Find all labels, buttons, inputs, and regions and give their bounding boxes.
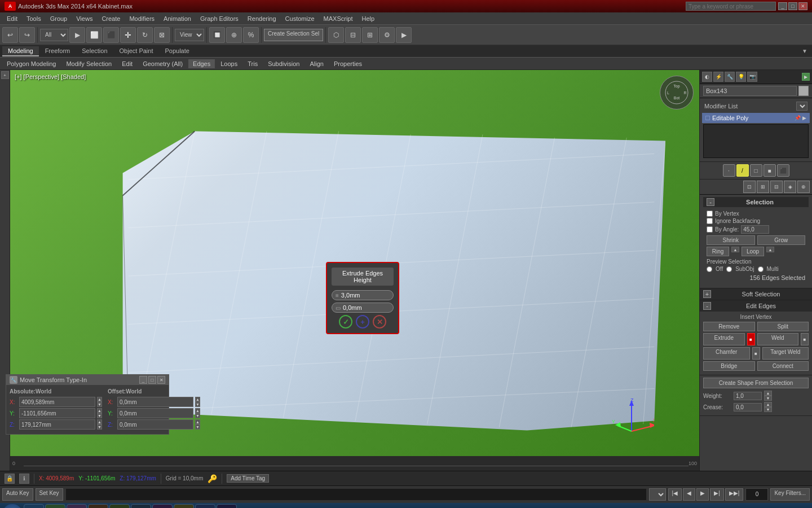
- taskbar-notepad[interactable]: 📝: [174, 504, 194, 509]
- toolbar-scale-btn[interactable]: ⊠: [154, 27, 170, 43]
- weight-down-btn[interactable]: ▼: [764, 396, 772, 401]
- crease-up-btn[interactable]: ▲: [764, 402, 772, 407]
- menu-animation[interactable]: Animation: [159, 14, 196, 23]
- prev-frame-btn[interactable]: ◀: [683, 488, 695, 501]
- key-filters-btn[interactable]: Key Filters...: [770, 488, 810, 501]
- taskbar-email[interactable]: ✉: [131, 504, 151, 509]
- loop-button[interactable]: Loop: [742, 247, 764, 256]
- mirror-btn[interactable]: ⬡: [328, 27, 344, 43]
- offset-x-down[interactable]: ▼: [195, 402, 200, 407]
- add-time-tag-btn[interactable]: Add Time Tag: [227, 474, 269, 483]
- taskbar-media[interactable]: ▶: [67, 504, 87, 509]
- render-btn[interactable]: ▶: [396, 27, 412, 43]
- by-angle-input[interactable]: [741, 225, 769, 234]
- next-frame-btn[interactable]: ▶|: [710, 488, 724, 501]
- weight-input[interactable]: [734, 392, 762, 400]
- extrude-width-field[interactable]: ▭: [332, 303, 394, 313]
- nav-cube[interactable]: Top Bot L R: [660, 76, 694, 110]
- tab-modeling[interactable]: Modeling: [2, 46, 39, 56]
- search-input[interactable]: [686, 2, 776, 11]
- bridge-button[interactable]: Bridge: [703, 361, 755, 371]
- crease-input[interactable]: [734, 403, 762, 411]
- weight-up-btn[interactable]: ▲: [764, 391, 772, 396]
- render-setup-btn[interactable]: ⚙: [379, 27, 395, 43]
- percent-snap-btn[interactable]: %: [243, 27, 259, 43]
- angle-snap-btn[interactable]: ⊕: [226, 27, 242, 43]
- offset-z-down[interactable]: ▼: [195, 424, 200, 430]
- by-angle-checkbox[interactable]: [707, 226, 713, 233]
- shrink-button[interactable]: Shrink: [707, 235, 755, 245]
- maximize-button[interactable]: □: [788, 2, 797, 10]
- remove-button[interactable]: Remove: [703, 322, 755, 331]
- extrude-width-input[interactable]: [343, 304, 382, 311]
- loop-spinner-up[interactable]: ▲: [766, 247, 774, 252]
- menu-views[interactable]: Views: [72, 14, 97, 23]
- frame-counter-input[interactable]: [745, 488, 768, 501]
- modifier-editable-poly[interactable]: Editable Poly 📌 ▶: [702, 113, 810, 123]
- extrude-button[interactable]: Extrude: [703, 333, 745, 345]
- go-start-btn[interactable]: |◀: [668, 488, 682, 501]
- subobj-icon-b[interactable]: ⊞: [757, 181, 769, 193]
- sub-properties[interactable]: Properties: [329, 59, 367, 68]
- toolbar-btn-1[interactable]: ↩: [2, 27, 18, 43]
- offset-y-up[interactable]: ▲: [195, 408, 200, 413]
- extrude-settings-btn[interactable]: ■: [747, 333, 755, 345]
- edit-edges-minus-btn[interactable]: -: [703, 302, 711, 310]
- play-btn[interactable]: ▶: [696, 488, 709, 501]
- extrude-add-button[interactable]: +: [356, 315, 369, 329]
- preview-subobj-radio[interactable]: [726, 266, 732, 272]
- status-icon-lock[interactable]: 🔒: [5, 474, 15, 484]
- panel-icon-4[interactable]: 💡: [736, 72, 746, 82]
- toolbar-select-btn[interactable]: ▶: [69, 27, 85, 43]
- ribbon-expand-icon[interactable]: ▼: [800, 48, 810, 54]
- taskbar-explorer[interactable]: 📁: [45, 504, 65, 509]
- align-btn[interactable]: ⊟: [345, 27, 361, 43]
- absolute-z-down[interactable]: ▼: [97, 424, 102, 430]
- transform-close-btn[interactable]: ✕: [157, 376, 165, 384]
- menu-create[interactable]: Create: [97, 14, 125, 23]
- offset-y-down[interactable]: ▼: [195, 413, 200, 418]
- offset-z-up[interactable]: ▲: [195, 419, 200, 424]
- taskbar-word[interactable]: W: [195, 504, 215, 509]
- panel-icon-1[interactable]: ◐: [702, 72, 712, 82]
- taskbar-app-7[interactable]: 🔷: [152, 504, 173, 509]
- preview-multi-radio[interactable]: [758, 266, 764, 272]
- ring-spinner-up[interactable]: ▲: [731, 247, 739, 252]
- subobj-icon-d[interactable]: ◈: [784, 181, 796, 193]
- sub-edges[interactable]: Edges: [188, 59, 215, 68]
- soft-selection-plus-btn[interactable]: +: [703, 290, 711, 298]
- transform-minimize-btn[interactable]: _: [139, 376, 147, 384]
- chamfer-settings-btn[interactable]: ■: [752, 347, 760, 360]
- auto-key-dropdown[interactable]: Selected: [649, 488, 666, 501]
- subobj-icon-a[interactable]: ⊡: [743, 181, 756, 193]
- snap-btn[interactable]: 🔲: [209, 27, 225, 43]
- taskbar-photoshop[interactable]: Ps: [217, 504, 237, 509]
- toolbar-window-btn[interactable]: ⬛: [103, 27, 119, 43]
- sub-loops[interactable]: Loops: [216, 59, 242, 68]
- panel-icon-3[interactable]: 🔧: [725, 72, 735, 82]
- toolbar-region-btn[interactable]: ⬜: [86, 27, 102, 43]
- subobj-element[interactable]: ⬛: [777, 164, 789, 177]
- subobj-vertex[interactable]: ·: [723, 164, 735, 177]
- menu-tools[interactable]: Tools: [22, 14, 46, 23]
- panel-icon-2[interactable]: ⚡: [713, 72, 723, 82]
- selection-collapse-btn[interactable]: -: [707, 198, 714, 206]
- extrude-height-input[interactable]: [341, 292, 381, 299]
- absolute-x-down[interactable]: ▼: [97, 402, 102, 407]
- by-vertex-checkbox[interactable]: [707, 211, 713, 217]
- menu-edit[interactable]: Edit: [2, 14, 22, 23]
- extrude-cancel-button[interactable]: ✕: [373, 315, 386, 329]
- preview-off-radio[interactable]: [707, 266, 712, 272]
- grow-button[interactable]: Grow: [757, 235, 806, 245]
- absolute-x-input[interactable]: [19, 397, 95, 407]
- tab-populate[interactable]: Populate: [159, 46, 195, 56]
- edit-edges-header[interactable]: - Edit Edges: [700, 300, 812, 312]
- panel-expand-btn[interactable]: ▶: [802, 73, 810, 81]
- chamfer-button[interactable]: Chamfer: [703, 347, 750, 360]
- object-name-input[interactable]: [703, 86, 797, 96]
- menu-maxscript[interactable]: MAXScript: [319, 14, 358, 23]
- panel-icon-5[interactable]: 📷: [747, 72, 757, 82]
- offset-x-input[interactable]: [117, 397, 193, 407]
- timeline-area[interactable]: [65, 488, 647, 501]
- soft-selection-header[interactable]: + Soft Selection: [700, 288, 812, 300]
